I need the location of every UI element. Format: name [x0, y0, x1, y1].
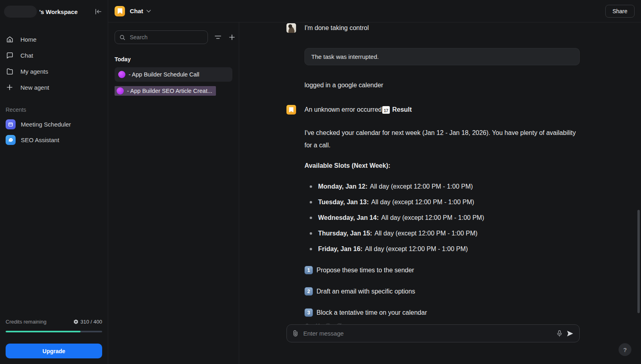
slot-item: Monday, Jan 12:All day (except 12:00 PM …	[304, 183, 580, 191]
thread-avatar-dot	[117, 87, 124, 95]
slot-day: Wednesday, Jan 14:	[318, 214, 379, 221]
credit-coin-icon	[73, 319, 79, 324]
workspace-header: 's Workspace	[0, 0, 108, 18]
user-avatar	[286, 23, 296, 33]
chevron-down-icon[interactable]	[146, 10, 151, 13]
user-note-message: logged in a google calender	[304, 82, 580, 89]
option-text: Propose these times to the sender	[316, 267, 414, 274]
message-text: I'm done taking control	[304, 23, 369, 33]
slot-item: Wednesday, Jan 14:All day (except 12:00 …	[304, 214, 580, 222]
sidebar-item-label: New agent	[20, 84, 49, 91]
folder-icon	[6, 68, 14, 75]
slot-detail: All day (except 12:00 PM - 1:00 PM)	[371, 199, 474, 205]
home-icon	[6, 36, 14, 43]
calendar-emoji-number: 17	[382, 106, 390, 114]
page-title: Chat	[130, 8, 143, 14]
main-region: Chat Share	[108, 0, 641, 364]
plus-icon	[6, 84, 14, 91]
sidebar: 's Workspace Home Chat	[0, 0, 108, 364]
credits-progress-fill	[6, 331, 81, 332]
message-list: I'm done taking control The task was int…	[286, 22, 580, 329]
microphone-icon[interactable]	[556, 330, 562, 337]
chat-app-icon	[115, 6, 125, 16]
workspace-name-suffix: 's Workspace	[39, 8, 78, 15]
option-item-2: 2 Draft an email with specific options	[304, 287, 580, 296]
chat-bubble-icon	[6, 52, 14, 59]
agent-avatar-icon	[286, 105, 296, 115]
workspace-name-redacted	[4, 6, 37, 18]
send-icon[interactable]	[566, 330, 574, 337]
credits-label: Credits remaining	[6, 319, 46, 325]
calendar-summary-text: I've checked your calendar for next week…	[304, 127, 577, 151]
thread-title: - App Builder SEO Article Creat...	[127, 88, 212, 94]
share-button[interactable]: Share	[605, 5, 635, 18]
slot-day: Monday, Jan 12:	[318, 183, 367, 190]
keycap-3-icon: 3	[304, 308, 313, 317]
slot-day: Tuesday, Jan 13:	[318, 199, 369, 205]
scrollbar-thumb[interactable]	[637, 210, 640, 313]
sidebar-item-label: Chat	[20, 52, 33, 59]
recent-item-label: SEO Assistant	[21, 137, 59, 143]
user-status-message: I'm done taking control	[286, 23, 580, 33]
thread-avatar-dot	[118, 71, 125, 78]
slot-detail: All day (except 12:00 PM - 1:00 PM)	[381, 214, 484, 221]
calendar-emoji-icon: 17	[382, 106, 390, 114]
slot-item: Tuesday, Jan 13:All day (except 12:00 PM…	[304, 198, 580, 206]
slot-item: Thursday, Jan 15:All day (except 12:00 P…	[304, 229, 580, 237]
sidebar-footer: Credits remaining 310 / 400 Upgrade	[0, 319, 108, 358]
available-slots-list: Monday, Jan 12:All day (except 12:00 PM …	[304, 183, 580, 253]
keycap-2-icon: 2	[304, 287, 313, 296]
search-input[interactable]	[129, 34, 203, 41]
result-label: Result	[392, 105, 412, 115]
help-button[interactable]: ?	[619, 343, 631, 356]
option-item-3: 3 Block a tentative time on your calenda…	[304, 308, 580, 317]
credits-value-wrap: 310 / 400	[73, 319, 102, 325]
error-text: An unknown error occurred	[304, 105, 382, 115]
filter-icon[interactable]	[214, 34, 222, 40]
search-box[interactable]	[115, 30, 208, 44]
error-result-line: An unknown error occurred 17 Result	[304, 105, 412, 115]
sidebar-item-my-agents[interactable]: My agents	[6, 66, 102, 77]
option-text: Block a tentative time on your calendar	[316, 309, 427, 316]
recents-list: Meeting Scheduler SEO Assistant	[0, 119, 108, 145]
credits-value: 310 / 400	[81, 319, 102, 325]
meeting-scheduler-icon	[6, 119, 16, 129]
slot-detail: All day (except 12:00 PM - 1:00 PM)	[365, 245, 468, 252]
thread-title: - App Builder Schedule Call	[129, 71, 200, 78]
top-header: Chat Share	[108, 0, 641, 22]
attach-paperclip-icon[interactable]	[292, 330, 298, 337]
upgrade-button[interactable]: Upgrade	[6, 344, 102, 358]
sidebar-item-label: Home	[20, 36, 36, 43]
sidebar-item-label: My agents	[20, 68, 48, 75]
thread-item-schedule-call[interactable]: - App Builder Schedule Call	[115, 67, 232, 82]
message-input[interactable]	[302, 330, 552, 337]
option-item-1: 1 Propose these times to the sender	[304, 266, 580, 274]
keycap-1-icon: 1	[304, 266, 313, 274]
seo-assistant-icon	[6, 135, 16, 145]
sidebar-nav: Home Chat My agents New	[0, 34, 108, 93]
collapse-sidebar-icon[interactable]	[93, 7, 103, 16]
agent-message: An unknown error occurred 17 Result	[286, 105, 580, 115]
slot-day: Friday, Jan 16:	[318, 245, 363, 252]
new-chat-plus-icon[interactable]	[228, 33, 236, 41]
sidebar-item-chat[interactable]: Chat	[6, 50, 102, 61]
credits-progress-bar	[6, 331, 102, 332]
slot-detail: All day (except 12:00 PM - 1:00 PM)	[375, 230, 478, 237]
recents-section-label: Recents	[6, 107, 102, 113]
chat-main: I'm done taking control The task was int…	[239, 22, 641, 364]
slot-detail: All day (except 12:00 PM - 1:00 PM)	[370, 183, 473, 190]
recent-item-seo-assistant[interactable]: SEO Assistant	[6, 135, 102, 145]
message-composer[interactable]	[286, 324, 580, 342]
thread-item-seo-article[interactable]: - App Builder SEO Article Creat...	[115, 85, 232, 97]
slot-item: Friday, Jan 16:All day (except 12:00 PM …	[304, 245, 580, 253]
sidebar-item-home[interactable]: Home	[6, 34, 102, 45]
search-icon	[119, 34, 125, 40]
task-interrupted-notice: The task was interrupted.	[304, 48, 580, 65]
available-slots-heading: Available Slots (Next Week):	[304, 162, 580, 169]
recent-item-meeting-scheduler[interactable]: Meeting Scheduler	[6, 119, 102, 129]
sidebar-item-new-agent[interactable]: New agent	[6, 82, 102, 93]
slot-day: Thursday, Jan 15:	[318, 230, 372, 237]
recent-item-label: Meeting Scheduler	[21, 121, 71, 128]
chat-list-panel: Today - App Builder Schedule Call - App …	[108, 22, 239, 364]
chat-list-section-label: Today	[115, 56, 232, 62]
